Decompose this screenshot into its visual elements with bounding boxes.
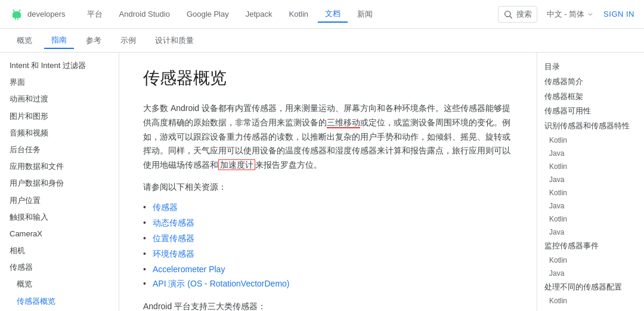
nav-news[interactable]: 新闻 [350,7,380,22]
lang-select[interactable]: 中文 - 简体 [547,9,595,20]
toc-monitor[interactable]: 监控传感器事件 [537,239,644,254]
toc-kotlin-3[interactable]: Kotlin [537,186,644,199]
svg-rect-4 [15,18,16,20]
search-label: 搜索 [516,9,532,20]
nav-jetpack[interactable]: Jetpack [239,7,280,21]
second-nav: 概览 指南 参考 示例 设计和质量 [0,29,644,53]
toc-identify[interactable]: 识别传感器和传感器特性 [537,119,644,134]
nav-google-play[interactable]: Google Play [179,7,236,21]
sidebar-item-sensors-overview[interactable]: 概览 [0,276,119,292]
sidebar-item-touch[interactable]: 触摸和输入 [0,209,119,226]
nav-links: 平台 Android Studio Google Play Jetpack Ko… [80,6,484,23]
sidebar-item-camerax[interactable]: CameraX [0,226,119,242]
sidebar-item-images[interactable]: 图片和图形 [0,108,119,125]
sidebar-item-sensors-current[interactable]: 传感器概览 [0,293,119,310]
sidebar-item-audio[interactable]: 音频和视频 [0,125,119,141]
toc-kotlin-1[interactable]: Kotlin [537,134,644,147]
logo-text: developers [27,10,66,19]
resources-list: 传感器 动态传感器 位置传感器 环境传感器 Accelerometer Play… [153,200,513,292]
nav-docs[interactable]: 文档 [318,6,348,23]
sidebar-item-animation[interactable]: 动画和过渡 [0,91,119,107]
toc-java-1[interactable]: Java [537,147,644,160]
sidebar-item-ui[interactable]: 界面 [0,74,119,91]
search-box[interactable]: 搜索 [498,6,537,23]
toc-availability[interactable]: 传感器可用性 [537,104,644,119]
sidebar-item-camera[interactable]: 相机 [0,242,119,259]
sidebar-item-location[interactable]: 用户位置 [0,192,119,209]
link-env-sensor[interactable]: 环境传感器 [153,249,194,258]
tab-samples[interactable]: 示例 [113,33,143,48]
tab-reference[interactable]: 参考 [79,33,109,48]
link-api-demo[interactable]: API 演示 (OS - RotationVectorDemo) [153,279,290,288]
toc-intro[interactable]: 传感器简介 [537,75,644,90]
sidebar-item-intent[interactable]: Intent 和 Intent 过滤器 [0,57,119,74]
link-accelerometer-play[interactable]: Accelerometer Play [153,264,225,274]
page-title: 传感器概览 [143,67,513,90]
intro-paragraph: 大多数 Android 设备都有内置传感器，用来测量运动、屏幕方向和各种环境条件… [143,101,513,173]
resources-label: 请参阅以下相关资源： [143,182,513,193]
svg-line-3 [19,10,20,11]
sign-in-button[interactable]: SIGN IN [603,10,634,19]
toc-framework[interactable]: 传感器框架 [537,90,644,104]
sidebar-item-appdata[interactable]: 应用数据和文件 [0,158,119,175]
sidebar-item-userdata[interactable]: 用户数据和身份 [0,175,119,192]
nav-android-studio[interactable]: Android Studio [112,7,177,21]
toc-handle-config[interactable]: 处理不同的传感器配置 [537,280,644,295]
sidebar-item-background[interactable]: 后台任务 [0,141,119,158]
underline-3d-motion: 三维移动 [327,118,360,128]
toc-java-2[interactable]: Java [537,173,644,186]
logo[interactable]: developers [10,7,66,21]
top-nav: developers 平台 Android Studio Google Play… [0,0,644,29]
main-content: 传感器概览 大多数 Android 设备都有内置传感器，用来测量运动、屏幕方向和… [119,53,537,311]
tab-guide[interactable]: 指南 [44,32,74,49]
toc-kotlin-6[interactable]: Kotlin [537,294,644,307]
toc-kotlin-4[interactable]: Kotlin [537,213,644,226]
toc-kotlin-2[interactable]: Kotlin [537,160,644,173]
android-logo-icon [10,7,24,21]
right-sidebar-toc: 目录 传感器简介 传感器框架 传感器可用性 识别传感器和传感器特性 Kotlin… [537,53,644,311]
lang-label: 中文 - 简体 [547,9,585,20]
tab-design-quality[interactable]: 设计和质量 [148,33,201,48]
toc-title: 目录 [537,60,644,75]
main-layout: Intent 和 Intent 过滤器 界面 动画和过渡 图片和图形 音频和视频… [0,53,644,311]
search-icon [503,10,513,19]
svg-line-2 [13,10,14,11]
tab-overview[interactable]: 概览 [10,33,39,48]
left-sidebar: Intent 和 Intent 过滤器 界面 动画和过渡 图片和图形 音频和视频… [0,53,119,311]
nav-right: 搜索 中文 - 简体 SIGN IN [498,6,634,23]
toc-java-6[interactable]: Java [537,307,644,311]
link-sensor[interactable]: 传感器 [153,202,178,212]
nav-kotlin[interactable]: Kotlin [282,7,316,21]
nav-platform[interactable]: 平台 [80,7,110,22]
toc-kotlin-5[interactable]: Kotlin [537,254,644,267]
chevron-down-icon [587,11,594,18]
section-label: Android 平台支持三大类传感器： [143,301,513,311]
boxed-accelerometer: 加速度计 [218,159,255,170]
svg-point-6 [504,11,510,16]
link-dynamic-sensor[interactable]: 动态传感器 [153,218,194,227]
toc-java-5[interactable]: Java [537,267,644,280]
link-position-sensor[interactable]: 位置传感器 [153,233,194,243]
toc-java-3[interactable]: Java [537,199,644,213]
svg-line-7 [510,16,512,19]
sidebar-item-sensors[interactable]: 传感器 [0,259,119,276]
svg-rect-5 [17,18,18,20]
toc-java-4[interactable]: Java [537,226,644,239]
